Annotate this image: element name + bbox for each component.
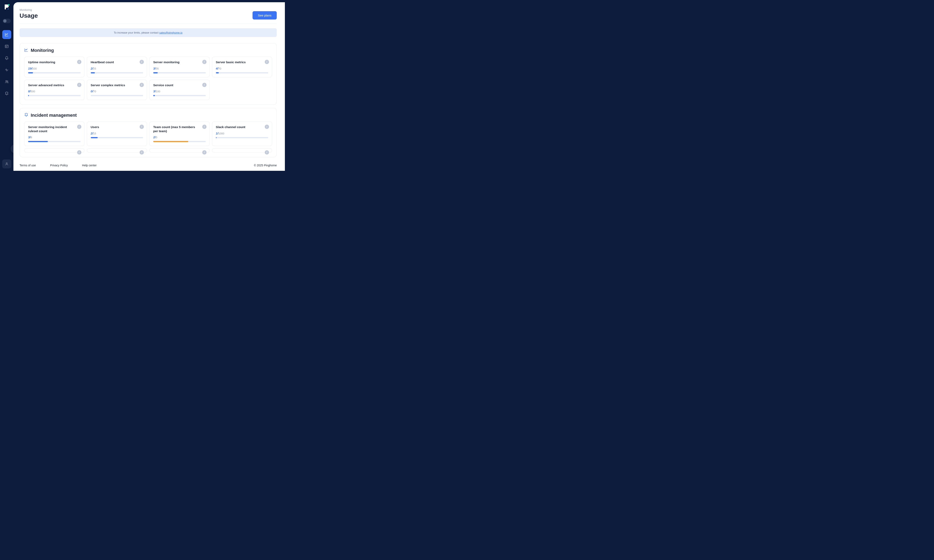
metric-used: 0 xyxy=(91,89,92,93)
banner-email-link[interactable]: sales@pinghome.io xyxy=(159,31,182,34)
card-title: Server basic metrics xyxy=(216,60,268,64)
metric-total: 35 xyxy=(156,67,159,70)
info-icon[interactable] xyxy=(265,150,269,155)
bell-icon xyxy=(5,56,9,60)
progress-fill xyxy=(28,72,33,74)
footer-link[interactable]: Privacy Policy xyxy=(50,164,68,167)
info-icon[interactable] xyxy=(77,60,82,64)
progress-fill xyxy=(28,95,29,96)
bell-ring-icon xyxy=(5,91,9,95)
card-metric: 8/500 xyxy=(28,89,80,93)
svg-point-0 xyxy=(8,4,9,6)
usage-card xyxy=(212,148,272,152)
footer-link[interactable]: Help center xyxy=(82,164,97,167)
progress-fill xyxy=(28,141,48,142)
usage-card: Server complex metrics0/70 xyxy=(87,80,147,100)
footer: Terms of usePrivacy PolicyHelp center © … xyxy=(14,160,285,171)
info-icon[interactable] xyxy=(77,125,82,129)
card-title: Slack channel count xyxy=(216,125,268,129)
progress-bar xyxy=(28,72,80,74)
card-title: Heartbeat count xyxy=(91,60,143,64)
usage-card: Slack channel count1/1000 xyxy=(212,122,272,146)
info-icon[interactable] xyxy=(140,150,144,155)
breadcrumb: Monitoring xyxy=(20,8,38,11)
metric-total: 3 xyxy=(156,136,157,139)
info-icon[interactable] xyxy=(140,83,144,87)
section-title: Monitoring xyxy=(31,48,54,53)
info-icon[interactable] xyxy=(140,60,144,64)
card-metric: 2/15 xyxy=(91,132,143,135)
card-title: Server monitoring incident ruleset count xyxy=(28,125,80,133)
info-icon[interactable] xyxy=(202,60,207,64)
progress-fill xyxy=(153,141,188,142)
banner-text: To increase your limits, please contact xyxy=(114,31,159,34)
svg-point-3 xyxy=(7,81,8,82)
card-title: Server monitoring xyxy=(153,60,206,64)
progress-bar xyxy=(91,72,143,74)
usage-card: Service count3/100 xyxy=(150,80,210,100)
progress-fill xyxy=(91,137,98,138)
info-icon[interactable] xyxy=(265,125,269,129)
usage-card: Team count (max 5 members per team)2/3 xyxy=(150,122,210,146)
usage-card: Server advanced metrics8/500 xyxy=(24,80,85,100)
info-icon[interactable] xyxy=(77,83,82,87)
card-title: Users xyxy=(91,125,143,129)
nav-notifications[interactable] xyxy=(2,89,11,98)
info-icon[interactable] xyxy=(77,150,82,155)
svg-point-2 xyxy=(6,80,7,82)
see-plans-button[interactable]: See plans xyxy=(253,11,277,20)
progress-bar xyxy=(153,141,206,142)
user-menu[interactable] xyxy=(2,159,11,168)
card-metric: 3/35 xyxy=(153,67,206,70)
usage-card xyxy=(87,148,147,152)
info-icon[interactable] xyxy=(202,125,207,129)
usage-card: Uptime monitoring19/200 xyxy=(24,57,85,77)
info-icon[interactable] xyxy=(202,150,207,155)
user-icon xyxy=(5,162,9,166)
usage-card xyxy=(24,148,85,152)
metric-total: 25 xyxy=(93,67,96,70)
limits-banner: To increase your limits, please contact … xyxy=(20,28,277,37)
nav-alerts[interactable] xyxy=(2,54,11,63)
progress-fill xyxy=(216,137,216,138)
main-content: Monitoring Usage See plans To increase y… xyxy=(14,2,285,171)
nav-status-pages[interactable] xyxy=(2,42,11,51)
svg-rect-1 xyxy=(5,45,8,48)
usage-card: Server monitoring3/35 xyxy=(150,57,210,77)
copyright: © 2025 Pinghome xyxy=(254,164,277,167)
metric-total: 8 xyxy=(31,136,32,139)
nav-monitoring[interactable] xyxy=(2,30,11,39)
card-title: Team count (max 5 members per team) xyxy=(153,125,206,133)
layout-icon xyxy=(5,44,9,48)
content-scroll[interactable]: Monitoring Usage See plans To increase y… xyxy=(14,2,285,160)
section-header: Monitoring xyxy=(24,48,272,53)
sidebar xyxy=(0,0,14,171)
progress-fill xyxy=(153,72,158,74)
info-icon[interactable] xyxy=(202,83,207,87)
card-metric: 4/70 xyxy=(216,67,268,70)
metric-total: 500 xyxy=(31,90,35,93)
info-icon[interactable] xyxy=(265,60,269,64)
users-icon xyxy=(5,80,9,84)
nav-team[interactable] xyxy=(2,77,11,86)
progress-bar xyxy=(216,137,268,138)
metric-used: 19 xyxy=(28,67,32,70)
section-header: Incident management xyxy=(24,113,272,118)
cards-grid: Server monitoring incident ruleset count… xyxy=(24,122,272,146)
card-metric: 3/8 xyxy=(28,135,80,139)
progress-bar xyxy=(91,137,143,138)
progress-bar xyxy=(216,72,268,74)
theme-toggle[interactable] xyxy=(3,19,11,23)
card-title: Uptime monitoring xyxy=(28,60,80,64)
cards-grid: Uptime monitoring19/200Heartbeat count2/… xyxy=(24,57,272,100)
info-icon[interactable] xyxy=(140,125,144,129)
progress-bar xyxy=(28,95,80,96)
nav-heartbeats[interactable] xyxy=(2,66,11,74)
chart-icon xyxy=(5,32,9,37)
app-logo[interactable] xyxy=(3,3,10,11)
section-title: Incident management xyxy=(31,113,77,118)
progress-bar xyxy=(153,72,206,74)
footer-link[interactable]: Terms of use xyxy=(20,164,36,167)
progress-fill xyxy=(91,72,95,74)
card-metric: 3/100 xyxy=(153,89,206,93)
